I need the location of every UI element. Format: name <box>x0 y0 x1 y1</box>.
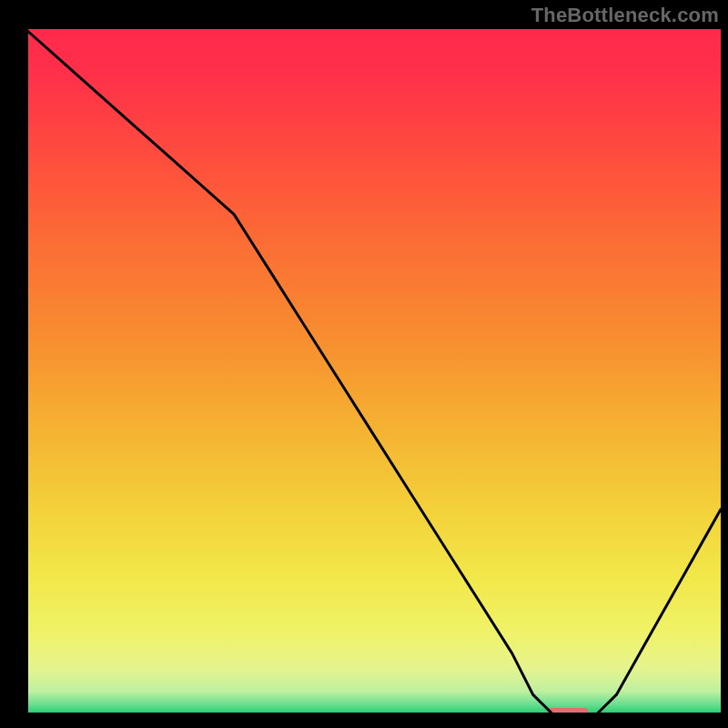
watermark-label: TheBottleneck.com <box>531 4 719 27</box>
plot-background <box>25 29 721 715</box>
chart-container: TheBottleneck.com <box>0 0 728 728</box>
bottleneck-chart <box>0 0 728 728</box>
